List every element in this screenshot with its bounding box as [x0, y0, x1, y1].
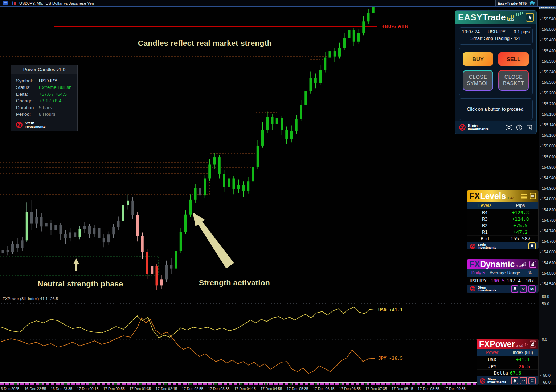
brand-text: SteinInvestments [478, 243, 496, 249]
candle-body [16, 244, 19, 248]
fxpower-delta-row: Delta 67.6 [477, 369, 538, 376]
level-pips: 155.587 [503, 236, 538, 241]
candle-body [242, 185, 245, 191]
easytrade-title-easy: EASY [458, 12, 482, 23]
candle-body [199, 188, 201, 195]
menu-icon[interactable] [521, 193, 527, 199]
pc-row-period: Period: 8 Hours [11, 111, 77, 118]
candle-body [295, 119, 298, 131]
candle-body [2, 250, 4, 253]
price-axis[interactable]: 155.587 155.540155.500155.460155.420155.… [539, 0, 556, 385]
close-basket-button[interactable]: CLOSEBASKET [499, 71, 528, 90]
time-tick-label: 16 Dec 23:35 [51, 387, 73, 391]
candle-body [271, 117, 274, 124]
col-range: Range [506, 270, 521, 275]
activation-arrow [193, 212, 234, 269]
bell-icon [512, 379, 517, 383]
chart-button[interactable] [520, 285, 527, 293]
pc-row-status: Status: Extreme Bullish [11, 84, 77, 91]
candle-body [194, 188, 197, 200]
price-tick-label: 154.620 [540, 261, 556, 265]
price-tick-label: 154.980 [540, 165, 556, 170]
candle-body [50, 223, 52, 230]
candle-body [93, 228, 95, 234]
candle-body [180, 232, 182, 251]
fxlevels-header: FX Levels 1.42 [467, 190, 538, 202]
time-tick-label: 17 Dec 06:15 [313, 387, 335, 391]
mt5-terminal: USD +41.1JPY -26.5 Candles reflect real … [0, 0, 556, 392]
sub-tick-label: -50.0 [540, 373, 551, 377]
col-power: Power [477, 350, 508, 355]
candle-body [79, 229, 81, 237]
candle-body [88, 226, 91, 234]
graduation-cap-icon [528, 0, 536, 6]
hand-click-icon [527, 14, 533, 21]
alert-bell-button[interactable] [528, 242, 536, 249]
stein-logo-icon [479, 378, 486, 384]
annotation-strength-activation: Strength activation [199, 278, 270, 287]
candle-body [343, 38, 346, 48]
sub-tick-label: 60.0 [540, 294, 549, 299]
pc-value: 8 Hours [39, 111, 56, 117]
alert-bell-button[interactable] [511, 285, 518, 293]
candle-body [165, 265, 168, 279]
stein-investments-brand: SteinInvestments [459, 124, 489, 131]
price-tick-label: 155.380 [540, 59, 556, 64]
candle-body [189, 200, 192, 215]
histogram-dots-icon[interactable] [521, 261, 527, 268]
candle-body [367, 13, 370, 21]
grid-button[interactable] [528, 377, 536, 384]
brand-text: SteinInvestments [487, 378, 506, 384]
histogram-box-button[interactable] [530, 341, 536, 348]
alert-bell-button[interactable] [511, 377, 518, 384]
time-tick-label: 17 Dec 07:35 [365, 387, 387, 391]
price-tick-label: 155.060 [540, 144, 556, 148]
brand-text: SteinInvestments [25, 122, 46, 128]
sell-button[interactable]: SELL [498, 52, 529, 66]
stats-icon[interactable] [526, 124, 533, 131]
chart-button[interactable] [520, 377, 527, 384]
level-pips: +129.3 [503, 210, 538, 215]
level-name: Bid [467, 236, 503, 241]
buy-button[interactable]: BUY [463, 52, 493, 66]
info-icon[interactable] [516, 124, 523, 131]
candle-body [112, 227, 115, 234]
histogram-box-button[interactable] [529, 261, 536, 268]
time-axis[interactable]: 16 Dec 202516 Dec 22:5516 Dec 23:3517 De… [0, 385, 539, 392]
one-click-icon[interactable] [526, 13, 534, 22]
price-tick-label: 154.940 [540, 176, 556, 180]
brand-text: SteinInvestments [478, 286, 496, 292]
price-tick-label: 154.860 [540, 197, 556, 201]
stein-logo-icon [16, 121, 23, 128]
time-tick-label: 17 Dec 06:55 [339, 387, 361, 391]
stein-investments-brand: SteinInvestments [479, 378, 506, 384]
screenshot-icon[interactable] [506, 124, 512, 131]
time-tick-label: 17 Dec 00:55 [103, 387, 125, 391]
chart-list-icon[interactable] [3, 1, 8, 5]
price-tick-label: 154.580 [540, 271, 556, 275]
table-row-r3: R3 +124.8 [467, 216, 538, 222]
fxlevels-panel: FX Levels 1.42 Levels Pips R4 +129.3 R3 … [467, 190, 539, 249]
close-symbol-button[interactable]: CLOSESYMBOL [463, 71, 492, 90]
platform-badge[interactable]: EasyTrade MT5 [495, 0, 538, 6]
candle-body [276, 118, 278, 124]
time-tick-label: 17 Dec 01:35 [129, 387, 151, 391]
candle-body [300, 105, 302, 119]
grid-icon [530, 379, 535, 383]
panel-window-icon[interactable] [529, 192, 536, 200]
candlestick-chart-icon[interactable] [11, 1, 16, 5]
candle-body [45, 223, 48, 226]
series-usd-line [1, 307, 375, 338]
currency-button[interactable]: S€ [528, 285, 536, 293]
candle-body [353, 30, 355, 42]
pc-value: +67.6 / +64.5 [39, 91, 67, 97]
candle-body [54, 225, 57, 230]
fxpower-title-rest: Power [490, 339, 515, 349]
series-jpy-label: JPY -26.5 [378, 355, 403, 361]
candle-body [11, 244, 14, 252]
level-name: R3 [467, 216, 503, 222]
candle-body [136, 215, 139, 236]
price-tick-label: 155.260 [540, 91, 556, 95]
candle-body [117, 221, 120, 227]
candle-body [247, 181, 249, 191]
